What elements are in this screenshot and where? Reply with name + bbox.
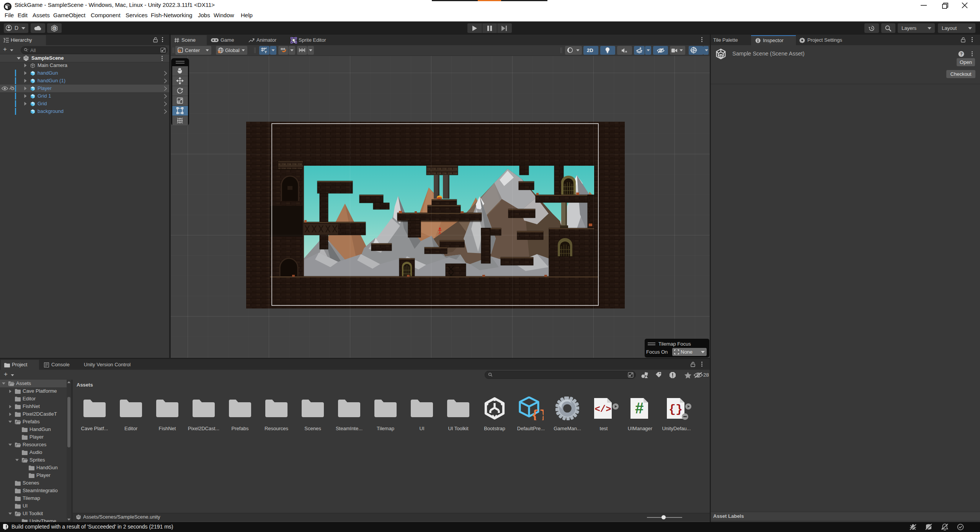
svg-text:?: ? (960, 52, 963, 56)
svg-text:{}: {} (669, 403, 683, 416)
svg-text:Y: Y (265, 50, 267, 54)
svg-text:</>: </> (595, 404, 611, 415)
svg-text:#: # (635, 400, 644, 416)
svg-text:D: D (53, 27, 56, 30)
svg-text:{}: {} (531, 408, 544, 420)
